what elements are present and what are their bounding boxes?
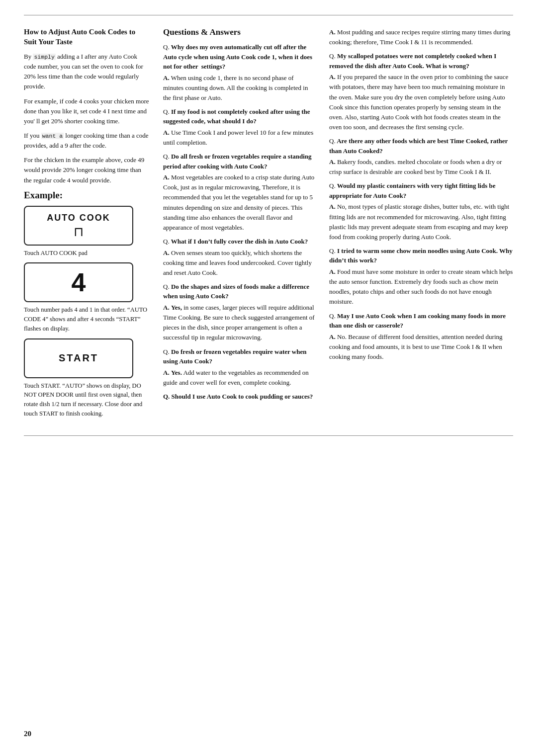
qa-a-5: A. Yes, in some cases, larger pieces wil… bbox=[163, 303, 315, 343]
qa-q-12: Q. May I use Auto Cook when I am cooking… bbox=[329, 311, 513, 331]
caption-3: Touch START. “AUTO” shows on display, DO… bbox=[24, 381, 149, 419]
start-label: START bbox=[59, 352, 98, 364]
number-display: 4 bbox=[24, 262, 133, 302]
qa-a-11: A. Food must have some moisture in order… bbox=[329, 267, 513, 307]
start-display: START bbox=[24, 338, 133, 378]
right-column: A. Most pudding and sauce recipes requir… bbox=[327, 27, 513, 364]
left-para-4: For the chicken in the example above, co… bbox=[24, 155, 149, 185]
qa-q-7: Q. Should I use Auto Cook to cook puddin… bbox=[163, 392, 315, 402]
page: How to Adjust Auto Cook Codes to Suit Yo… bbox=[0, 0, 537, 756]
qa-q-4: Q. What if I don’t fully cover the dish … bbox=[163, 237, 315, 247]
example-title: Example: bbox=[24, 190, 149, 201]
qa-a-4: A. Oven senses steam too quickly, which … bbox=[163, 248, 315, 278]
qa-q-9: Q. Are there any other foods which are b… bbox=[329, 136, 513, 156]
page-number: 20 bbox=[24, 730, 31, 738]
left-column: How to Adjust Auto Cook Codes to Suit Yo… bbox=[24, 27, 163, 423]
qa-q-1: Q. Why does my oven automatically cut of… bbox=[163, 42, 315, 72]
pot-icon: ⊓ bbox=[74, 226, 84, 239]
qa-a-8: A. If you prepared the sauce in the oven… bbox=[329, 72, 513, 132]
qa-q-8: Q. My scalloped potatoes were not comple… bbox=[329, 51, 513, 71]
qa-a-2: A. Use Time Cook I and power level 10 fo… bbox=[163, 128, 315, 148]
qa-q-5: Q. Do the shapes and sizes of foods make… bbox=[163, 282, 315, 301]
top-rule bbox=[24, 15, 513, 15]
main-columns: How to Adjust Auto Cook Codes to Suit Yo… bbox=[24, 27, 513, 423]
mono-until: until bbox=[75, 391, 87, 398]
qa-q-10: Q. Would my plastic containers with very… bbox=[329, 181, 513, 200]
qa-a-9: A. Bakery foods, candies. melted chocola… bbox=[329, 157, 513, 177]
mono-simply: simply bbox=[33, 54, 55, 60]
qa-q-11: Q. I tried to warm some chow mein noodle… bbox=[329, 246, 513, 265]
left-para-3: If you want a longer cooking time than a… bbox=[24, 131, 149, 151]
left-para-1: By simply adding a I after any Auto Cook… bbox=[24, 52, 149, 92]
qa-q-2: Q. If my food is not completely cooked a… bbox=[163, 107, 315, 126]
qa-q-3: Q. Do all fresh or frozen vegetables req… bbox=[163, 152, 315, 171]
left-para-2: For example, if code 4 cooks your chicke… bbox=[24, 96, 149, 126]
mono-want-a: want a bbox=[41, 133, 64, 139]
qa-a-6: A. Yes. Add water to the vegetables as r… bbox=[163, 368, 315, 388]
mono-oven: oven bbox=[99, 391, 111, 398]
auto-cook-label: AUTO COOK bbox=[47, 213, 110, 223]
qa-a-12: A. No. Because of different food densiti… bbox=[329, 332, 513, 362]
caption-2: Touch number pads 4 and 1 in that order.… bbox=[24, 305, 149, 333]
qa-a-7-cont: A. Most pudding and sauce recipes requir… bbox=[329, 27, 513, 47]
qa-a-1: A. When using code 1, there is no second… bbox=[163, 73, 315, 103]
qa-q-6: Q. Do fresh or frozen vegetables require… bbox=[163, 347, 315, 366]
qa-title: Questions & Answers bbox=[163, 27, 315, 37]
qa-a-3: A. Most vegetables are cooked to a crisp… bbox=[163, 172, 315, 233]
caption-1: Touch AUTO COOK pad bbox=[24, 249, 149, 258]
number-4: 4 bbox=[72, 269, 86, 295]
bottom-rule bbox=[24, 435, 513, 436]
qa-a-10: A. No, most types of plastic storage dis… bbox=[329, 202, 513, 242]
left-section-title: How to Adjust Auto Cook Codes to Suit Yo… bbox=[24, 27, 149, 47]
mid-column: Questions & Answers Q. Why does my oven … bbox=[163, 27, 327, 403]
auto-cook-display: AUTO COOK ⊓ bbox=[24, 206, 133, 246]
